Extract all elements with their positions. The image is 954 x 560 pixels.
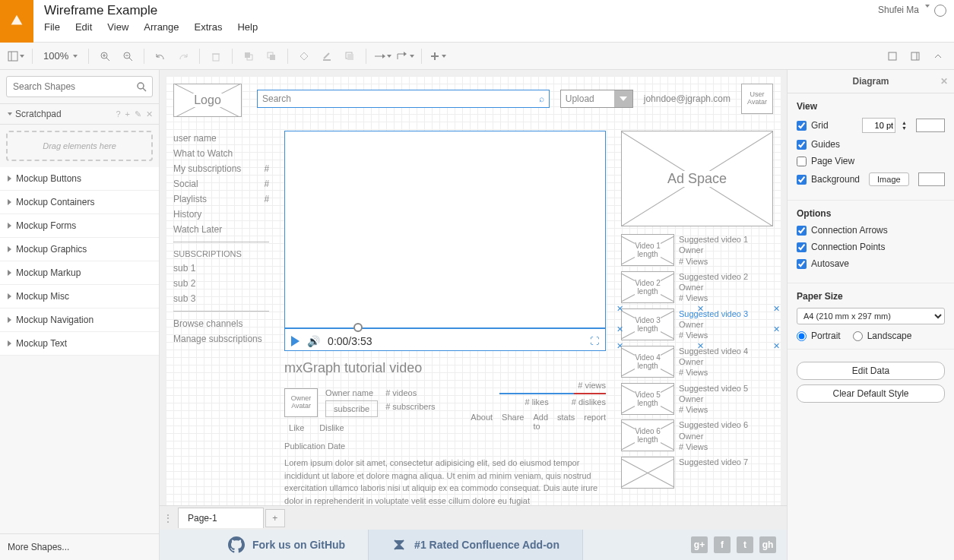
fill-color-icon[interactable]: [294, 46, 314, 66]
more-shapes-button[interactable]: More Shapes...: [0, 533, 159, 560]
wf-suggestion-row[interactable]: Video 4lengthSuggested video 4Owner# Vie…: [621, 346, 773, 378]
search-shapes-input[interactable]: [6, 76, 153, 97]
landscape-radio[interactable]: [853, 331, 863, 341]
fullscreen-icon[interactable]: ⛶: [590, 336, 599, 346]
category-mockup-containers[interactable]: Mockup Containers: [0, 191, 159, 214]
wf-suggestion-row[interactable]: Video 3lengthSuggested video 3Owner# Vie…: [621, 308, 773, 341]
grid-color-swatch[interactable]: [916, 119, 945, 132]
scratchpad-close-icon[interactable]: ✕: [146, 109, 153, 119]
wf-suggestion-row[interactable]: Video 5lengthSuggested video 5Owner# Vie…: [621, 383, 773, 416]
menu-help[interactable]: Help: [237, 21, 258, 33]
wf-suggestion-row[interactable]: Video 1lengthSuggested video 1Owner# Vie…: [621, 234, 773, 267]
close-panel-icon[interactable]: ✕: [940, 76, 948, 87]
guides-checkbox[interactable]: [797, 140, 807, 150]
menu-arrange[interactable]: Arrange: [144, 21, 179, 33]
user-menu-chevron-icon[interactable]: [925, 5, 930, 8]
line-color-icon[interactable]: [317, 46, 337, 66]
footer-github-link[interactable]: Fork us on GitHub: [205, 530, 369, 560]
to-front-icon[interactable]: [239, 46, 258, 66]
wf-suggestion-thumb: Video 1length: [621, 234, 674, 266]
toolbar: 100%: [0, 43, 954, 70]
wf-time: 0:00/3:53: [328, 335, 372, 347]
connection-arrows-checkbox[interactable]: [797, 226, 807, 236]
wf-ad-space[interactable]: Ad Space: [621, 131, 773, 226]
clear-default-style-button[interactable]: Clear Default Style: [797, 384, 945, 403]
category-mockup-navigation[interactable]: Mockup Navigation: [0, 308, 159, 332]
wf-description: Lorem ipsum dolor sit amet, consectetur …: [284, 457, 606, 505]
svg-rect-22: [911, 52, 919, 60]
menu-file[interactable]: File: [44, 21, 60, 33]
social-facebook-icon[interactable]: f: [714, 536, 731, 553]
category-mockup-buttons[interactable]: Mockup Buttons: [0, 167, 159, 191]
search-icon[interactable]: [136, 81, 147, 92]
scratchpad-toggle-icon[interactable]: [8, 112, 12, 115]
scratchpad-add-icon[interactable]: +: [125, 109, 130, 119]
menu-view[interactable]: View: [107, 21, 128, 33]
app-logo[interactable]: [0, 0, 33, 43]
background-color-swatch[interactable]: [918, 172, 945, 186]
wf-user-avatar[interactable]: User Avatar: [741, 84, 773, 114]
waypoint-style-icon[interactable]: [395, 46, 415, 66]
menu-extras[interactable]: Extras: [195, 21, 223, 33]
scratchpad-dropzone[interactable]: Drag elements here: [6, 131, 153, 161]
user-name[interactable]: Shufei Ma: [878, 5, 919, 15]
wf-video-title: mxGraph tutorial video: [284, 360, 606, 376]
paper-size-select[interactable]: A4 (210 mm x 297 mm): [797, 308, 945, 324]
redo-icon[interactable]: [173, 46, 193, 66]
scratchpad-help-icon[interactable]: ?: [116, 109, 120, 119]
wf-suggestion-row[interactable]: Video 2lengthSuggested video 2Owner# Vie…: [621, 271, 773, 304]
zoom-selector[interactable]: 100%: [39, 50, 82, 62]
fullscreen-icon[interactable]: [883, 46, 902, 66]
wf-search-input[interactable]: Search⌕: [257, 90, 550, 108]
page-view-checkbox[interactable]: [797, 157, 807, 166]
autosave-checkbox[interactable]: [797, 259, 807, 269]
scratchpad-label: Scratchpad: [15, 109, 62, 119]
collapse-icon[interactable]: [928, 46, 948, 66]
footer-confluence-link[interactable]: #1 Rated Confluence Add-on: [369, 530, 583, 560]
social-github-icon[interactable]: gh: [759, 536, 776, 553]
menu-edit[interactable]: Edit: [75, 21, 92, 33]
connection-points-checkbox[interactable]: [797, 242, 807, 252]
wf-subscribe-button[interactable]: subscribe: [325, 400, 378, 417]
connection-style-icon[interactable]: [372, 46, 392, 66]
wf-suggestion-thumb: Video 6length: [621, 419, 674, 451]
wf-suggestion-row[interactable]: Suggested video 7: [621, 457, 773, 489]
play-icon[interactable]: [291, 336, 300, 346]
to-back-icon[interactable]: [261, 46, 281, 66]
social-gplus-icon[interactable]: g+: [691, 536, 708, 553]
volume-icon[interactable]: 🔊: [307, 335, 320, 347]
wf-logo[interactable]: Logo: [173, 84, 242, 117]
grid-size-input[interactable]: [862, 118, 895, 133]
scratchpad-edit-icon[interactable]: ✎: [135, 109, 141, 119]
view-options-button[interactable]: [6, 46, 26, 66]
add-page-button[interactable]: +: [265, 509, 285, 527]
background-image-button[interactable]: Image: [869, 172, 909, 186]
grid-checkbox[interactable]: [797, 121, 807, 131]
tab-page-1[interactable]: Page-1: [178, 508, 264, 528]
zoom-in-icon[interactable]: [95, 46, 115, 66]
shadow-icon[interactable]: [340, 46, 360, 66]
wf-upload-button[interactable]: Upload: [560, 90, 633, 108]
document-title[interactable]: Wireframe Example: [44, 3, 863, 18]
social-twitter-icon[interactable]: t: [737, 536, 753, 553]
format-panel-icon[interactable]: [905, 46, 925, 66]
portrait-radio[interactable]: [797, 331, 807, 341]
svg-rect-15: [323, 59, 331, 61]
tabs-menu-icon[interactable]: ⋮: [160, 513, 176, 524]
category-mockup-misc[interactable]: Mockup Misc: [0, 285, 159, 308]
undo-icon[interactable]: [151, 46, 170, 66]
category-mockup-forms[interactable]: Mockup Forms: [0, 214, 159, 238]
background-checkbox[interactable]: [797, 175, 807, 185]
zoom-out-icon[interactable]: [118, 46, 138, 66]
delete-icon[interactable]: [206, 46, 226, 66]
wf-suggestion-row[interactable]: Video 6lengthSuggested video 6Owner# Vie…: [621, 419, 773, 452]
edit-data-button[interactable]: Edit Data: [797, 362, 945, 380]
wf-suggestion-thumb: Video 2length: [621, 271, 674, 303]
wf-video-frame[interactable]: 🔊 0:00/3:53 ⛶: [284, 131, 606, 351]
canvas[interactable]: Logo Search⌕ Upload johndoe@jgraph.com U…: [160, 70, 787, 505]
globe-icon[interactable]: [934, 5, 946, 17]
category-mockup-text[interactable]: Mockup Text: [0, 332, 159, 356]
insert-icon[interactable]: [428, 46, 448, 66]
category-mockup-markup[interactable]: Mockup Markup: [0, 261, 159, 285]
category-mockup-graphics[interactable]: Mockup Graphics: [0, 238, 159, 261]
